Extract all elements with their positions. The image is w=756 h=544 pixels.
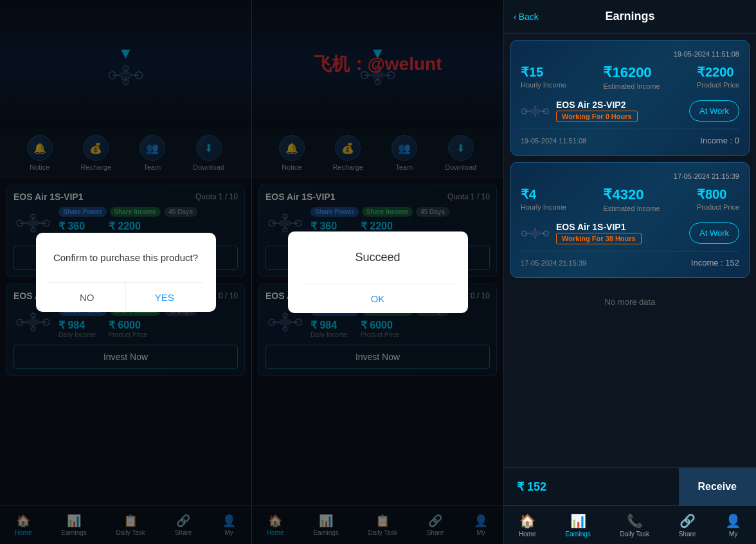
no-more-data: No more data (510, 284, 750, 320)
confirm-modal: Confirm to purchase this product? NO YES (36, 233, 216, 312)
hourly-income-metric-2: ₹4 Hourly Income (521, 186, 566, 212)
estimated-income-value-1: ₹16200 (603, 64, 660, 81)
modal-overlay-1: Confirm to purchase this product? NO YES (0, 0, 251, 544)
at-work-button-2[interactable]: At Work (689, 222, 739, 244)
footer-income-1: Income : 0 (700, 136, 739, 145)
hourly-income-label-1: Hourly Income (521, 81, 566, 89)
back-button[interactable]: ‹ Back (514, 12, 539, 22)
product-details-1: EOS Air 2S-VIP2 Working For 0 Hours (556, 100, 638, 122)
earnings-home-label: Home (519, 530, 536, 538)
earnings-card-2: 17-05-2024 21:15:39 ₹4 Hourly Income ₹43… (510, 162, 750, 278)
product-price-label-2: Product Price (697, 203, 739, 211)
earnings-panel: ‹ Back Earnings 19-05-2024 11:51:08 ₹15 … (504, 0, 756, 544)
footer-income-2: Income : 152 (691, 258, 739, 267)
drone-thumb-1 (521, 102, 550, 121)
earnings-total: ₹ 152 (504, 470, 679, 503)
modal-buttons: NO YES (49, 282, 203, 312)
hourly-income-value-2: ₹4 (521, 186, 566, 202)
modal-yes-button[interactable]: YES (126, 283, 203, 312)
earnings-nav-home[interactable]: 🏠 Home (516, 510, 539, 541)
back-chevron-icon: ‹ (514, 12, 517, 22)
earnings-home-icon: 🏠 (519, 513, 536, 529)
footer-timestamp-2: 17-05-2024 21:15:39 (521, 259, 586, 267)
product-price-metric-2: ₹800 Product Price (697, 186, 739, 212)
earnings-nav-earnings[interactable]: 📊 Earnings (562, 510, 593, 541)
card-timestamp-1: 19-05-2024 11:51:08 (521, 50, 739, 58)
earnings-content: 19-05-2024 11:51:08 ₹15 Hourly Income ₹1… (504, 33, 756, 467)
panel-1: ▼ 🔔 Notice 💰 Recharge 👥 Team ⬇ (0, 0, 252, 544)
total-value: 152 (527, 480, 546, 494)
earnings-my-icon: 👤 (725, 513, 741, 529)
working-badge-2: Working For 38 Hours (556, 233, 642, 244)
modal-ok-buttons: OK (301, 284, 455, 313)
estimated-income-metric-2: ₹4320 Estimated Income (603, 186, 660, 212)
hourly-income-metric-1: ₹15 Hourly Income (521, 64, 566, 90)
earnings-product-row-1: EOS Air 2S-VIP2 Working For 0 Hours At W… (521, 100, 739, 122)
earnings-nav-share[interactable]: 🔗 Share (676, 510, 699, 541)
modal-confirm-text: Confirm to purchase this product? (49, 252, 203, 263)
product-price-label-1: Product Price (697, 81, 739, 89)
drone-thumb-2 (521, 224, 550, 243)
earnings-earnings-icon: 📊 (570, 513, 586, 529)
modal-overlay-2: Succeed OK (252, 0, 503, 544)
earnings-share-icon: 🔗 (680, 513, 696, 529)
earnings-bottom-nav: 🏠 Home 📊 Earnings 📞 Daily Task 🔗 Share 👤… (504, 505, 756, 544)
earnings-card-footer-1: 19-05-2024 11:51:08 Income : 0 (521, 129, 739, 145)
working-badge-1: Working For 0 Hours (556, 111, 638, 122)
hourly-income-value-1: ₹15 (521, 64, 566, 80)
earnings-nav-task[interactable]: 📞 Daily Task (617, 510, 652, 541)
earnings-earnings-label: Earnings (565, 530, 590, 538)
hourly-income-label-2: Hourly Income (521, 203, 566, 211)
back-label: Back (519, 12, 539, 22)
earnings-card-1: 19-05-2024 11:51:08 ₹15 Hourly Income ₹1… (510, 40, 750, 156)
estimated-income-label-2: Estimated Income (603, 204, 660, 212)
earnings-product-row-2: EOS Air 1S-VIP1 Working For 38 Hours At … (521, 222, 739, 244)
estimated-income-label-1: Estimated Income (603, 82, 660, 90)
earnings-product-name-1: EOS Air 2S-VIP2 (556, 100, 638, 110)
svg-rect-52 (531, 231, 540, 236)
earnings-task-icon: 📞 (627, 513, 643, 529)
product-price-value-1: ₹2200 (697, 64, 739, 80)
estimated-income-value-2: ₹4320 (603, 186, 660, 203)
product-details-2: EOS Air 1S-VIP1 Working For 38 Hours (556, 222, 642, 244)
earnings-task-label: Daily Task (620, 530, 649, 538)
panel-2: ▼ 飞机：@welunt 🔔 Notice 💰 Recharge 👥 Team … (252, 0, 504, 544)
earnings-title: Earnings (605, 10, 654, 23)
at-work-button-1[interactable]: At Work (689, 100, 739, 122)
modal-no-button[interactable]: NO (49, 283, 127, 312)
footer-timestamp-1: 19-05-2024 11:51:08 (521, 137, 586, 145)
earnings-product-name-2: EOS Air 1S-VIP1 (556, 222, 642, 232)
estimated-income-metric-1: ₹16200 Estimated Income (603, 64, 660, 90)
earnings-share-label: Share (679, 530, 696, 538)
svg-rect-47 (531, 109, 540, 114)
earnings-nav-my[interactable]: 👤 My (722, 510, 744, 541)
earnings-header: ‹ Back Earnings (504, 0, 756, 33)
earnings-bottom-bar: ₹ 152 Receive (504, 467, 756, 505)
product-price-metric-1: ₹2200 Product Price (697, 64, 739, 90)
product-price-value-2: ₹800 (697, 186, 739, 202)
succeed-modal: Succeed OK (288, 231, 468, 313)
earnings-metrics-1: ₹15 Hourly Income ₹16200 Estimated Incom… (521, 64, 739, 90)
earnings-card-footer-2: 17-05-2024 21:15:39 Income : 152 (521, 251, 739, 267)
modal-ok-button[interactable]: OK (301, 284, 455, 313)
rupee-symbol: ₹ (517, 480, 524, 494)
earnings-metrics-2: ₹4 Hourly Income ₹4320 Estimated Income … (521, 186, 739, 212)
modal-succeed-text: Succeed (301, 251, 455, 264)
card-timestamp-2: 17-05-2024 21:15:39 (521, 172, 739, 180)
earnings-my-label: My (729, 530, 737, 538)
receive-button[interactable]: Receive (679, 468, 757, 505)
